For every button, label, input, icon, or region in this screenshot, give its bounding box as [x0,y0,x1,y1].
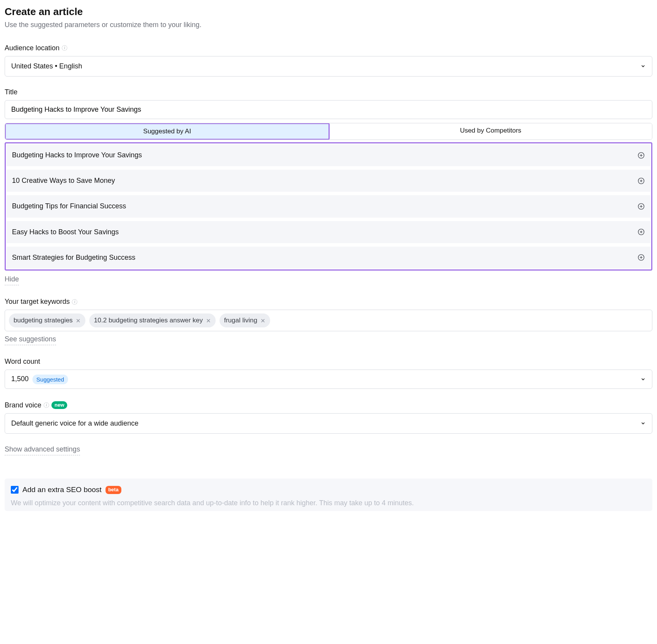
seo-boost-panel: Add an extra SEO boost beta We will opti… [5,479,652,511]
title-label-text: Title [5,87,17,97]
keyword-chip-text: frugal living [224,316,257,325]
audience-location-select[interactable]: United States • English [5,56,652,77]
keyword-chip-text: budgeting strategies [14,316,73,325]
seo-boost-title: Add an extra SEO boost [22,485,102,495]
title-input-wrap[interactable] [5,100,652,119]
brandvoice-select[interactable]: Default generic voice for a wide audienc… [5,413,652,434]
chevron-down-icon [640,63,646,69]
title-suggestions-list: Budgeting Hacks to Improve Your Savings … [5,142,652,271]
title-suggestion-text: Smart Strategies for Budgeting Success [12,253,135,262]
title-suggestion-row[interactable]: Smart Strategies for Budgeting Success [7,247,650,269]
audience-location-value: United States • English [11,61,82,71]
add-icon[interactable] [637,228,645,236]
remove-chip-icon[interactable]: ✕ [206,318,211,324]
add-icon[interactable] [637,203,645,210]
show-advanced-settings-link[interactable]: Show advanced settings [5,445,80,455]
wordcount-label: Word count [5,357,652,366]
title-suggestion-row[interactable]: Budgeting Tips for Financial Success [7,195,650,217]
title-suggestion-text: Budgeting Hacks to Improve Your Savings [12,150,142,160]
title-source-tabs: Suggested by AI Used by Competitors [5,123,652,140]
title-input[interactable] [11,106,646,114]
remove-chip-icon[interactable]: ✕ [76,318,81,324]
wordcount-value: 1,500 [11,374,29,384]
remove-chip-icon[interactable]: ✕ [260,318,266,324]
brandvoice-value: Default generic voice for a wide audienc… [11,419,138,428]
add-icon[interactable] [637,177,645,185]
suggested-badge: Suggested [32,375,68,384]
title-suggestion-text: 10 Creative Ways to Save Money [12,176,115,186]
info-icon[interactable]: i [72,299,77,305]
seo-boost-checkbox[interactable] [11,486,19,494]
title-suggestion-row[interactable]: Easy Hacks to Boost Your Savings [7,221,650,243]
keywords-input[interactable]: budgeting strategies ✕ 10.2 budgeting st… [5,310,652,331]
keyword-chip-text: 10.2 budgeting strategies answer key [94,316,203,325]
page-subtitle: Use the suggested parameters or customiz… [5,20,652,30]
wordcount-select[interactable]: 1,500 Suggested [5,370,652,388]
chevron-down-icon [640,421,646,426]
title-suggestion-row[interactable]: 10 Creative Ways to Save Money [7,170,650,192]
keyword-chip: 10.2 budgeting strategies answer key ✕ [89,313,216,327]
info-icon[interactable]: i [44,402,49,408]
audience-location-label: Audience location i [5,43,652,53]
beta-badge: beta [106,486,121,494]
audience-location-label-text: Audience location [5,43,60,53]
see-keyword-suggestions-link[interactable]: See suggestions [5,334,56,345]
add-icon[interactable] [637,254,645,261]
chevron-down-icon [640,377,646,382]
title-suggestion-text: Budgeting Tips for Financial Success [12,201,126,211]
new-badge: new [51,401,67,409]
title-suggestion-text: Easy Hacks to Boost Your Savings [12,227,119,237]
hide-suggestions-link[interactable]: Hide [5,274,19,285]
page-title: Create an article [5,5,652,19]
info-icon[interactable]: i [62,45,67,51]
brandvoice-label-text: Brand voice [5,400,41,410]
keyword-chip: frugal living ✕ [220,313,270,327]
add-icon[interactable] [637,152,645,159]
keywords-label-text: Your target keywords [5,297,70,307]
brandvoice-label: Brand voice i new [5,400,652,410]
wordcount-label-text: Word count [5,357,40,366]
tab-used-by-competitors[interactable]: Used by Competitors [329,123,652,140]
keyword-chip: budgeting strategies ✕ [9,313,85,327]
keywords-label: Your target keywords i [5,297,652,307]
title-suggestion-row[interactable]: Budgeting Hacks to Improve Your Savings [7,144,650,166]
seo-boost-description: We will optimize your content with compe… [11,498,646,508]
title-label: Title [5,87,652,97]
tab-suggested-by-ai[interactable]: Suggested by AI [5,123,330,140]
